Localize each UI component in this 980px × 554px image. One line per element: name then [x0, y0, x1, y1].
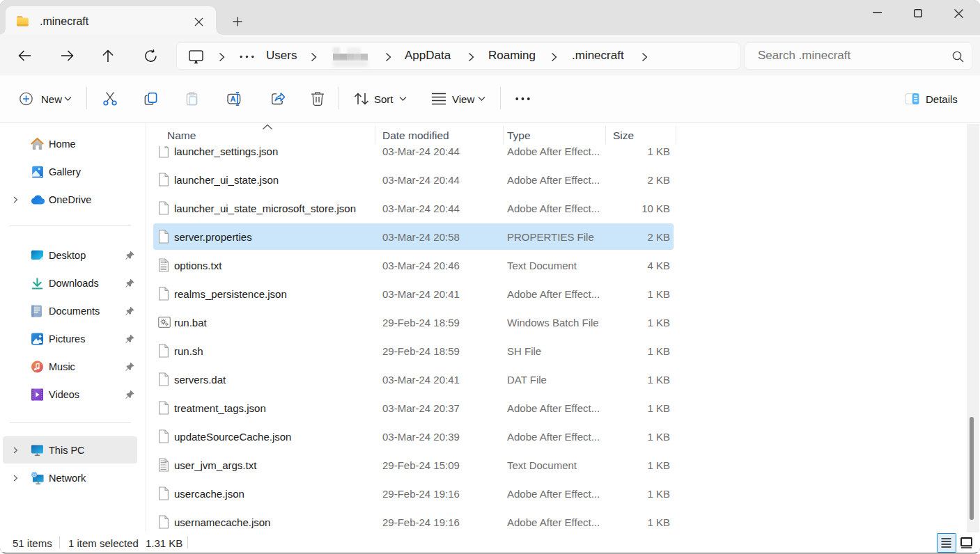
svg-text:A: A	[230, 95, 235, 103]
